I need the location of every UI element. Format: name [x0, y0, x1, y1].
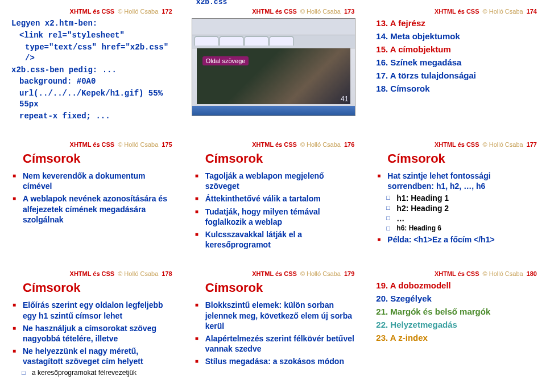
slide-180: XHTML és CSS © Holló Csaba 180 19. A dob…: [370, 268, 540, 383]
header-author: © Holló Csaba: [300, 141, 341, 148]
browser-tab: [245, 36, 268, 46]
slide-number: 178: [162, 270, 172, 277]
code-line: type="text/css" href="x2b.css" />: [25, 42, 172, 64]
sub-item: h6: Heading 6: [386, 224, 537, 232]
code-line: background: #0A0: [19, 76, 172, 87]
toc-item: 16. Színek megadása: [376, 57, 537, 67]
header-author: © Holló Csaba: [118, 141, 158, 148]
toc-item: 17. A törzs tulajdonságai: [376, 71, 537, 80]
slide-title: Címsorok: [23, 151, 172, 166]
sub-list: a keresőprogramokat félrevezetjük: [9, 369, 172, 377]
slide-175: XHTML és CSS © Holló Csaba 175 Címsorok …: [6, 139, 176, 258]
slide-header: XHTML és CSS © Holló Csaba 172: [9, 8, 172, 15]
bullet-item: Előírás szerint egy oldalon legfel­jebb …: [11, 300, 172, 320]
header-author: © Holló Csaba: [483, 141, 523, 148]
slide-title: Címsorok: [205, 151, 355, 166]
slide-number: 173: [344, 8, 354, 15]
slide-176: XHTML és CSS © Holló Csaba 176 Címsorok …: [188, 139, 358, 258]
header-prefix: XHTML és CSS: [435, 8, 479, 15]
slide-number: 174: [527, 8, 537, 15]
bullet-item: Kulcsszavakkal látják el a keresőprogram…: [194, 229, 355, 250]
header-author: © Holló Csaba: [300, 8, 341, 15]
slide-173: x2b.css XHTML és CSS © Holló Csaba 173 O…: [188, 6, 358, 129]
slide-header: XHTML és CSS © Holló Csaba 176: [192, 141, 355, 148]
bullet-item: Ne használjuk a címsorokat szöveg nagyob…: [11, 323, 172, 344]
page-label: Oldal szövege: [202, 56, 249, 65]
browser-tabs: [192, 35, 355, 48]
slide-header: XHTML és CSS © Holló Csaba 179: [192, 270, 355, 277]
toc-item: 19. A dobozmodell: [376, 280, 537, 290]
slide-179: XHTML és CSS © Holló Csaba 179 Címsorok …: [188, 268, 358, 383]
bullet-item: A weblapok nevének azonosítására és alfe…: [11, 193, 172, 225]
bullet-item: Stílus megadása: a szokásos módon: [194, 356, 355, 366]
header-prefix: XHTML és CSS: [435, 141, 479, 148]
toc-item: 15. A címobjektum: [376, 44, 537, 54]
slide-number: 176: [344, 141, 354, 148]
bullet-item: Nem keverendők a dokumentum címével: [11, 171, 172, 191]
slide-number: 179: [344, 270, 354, 277]
slide-grid: XHTML és CSS © Holló Csaba 172 Legyen x2…: [6, 6, 540, 383]
browser-toolbar: [192, 19, 355, 35]
code-line: url(../../../Kepek/h1.gif) 55% 55px: [19, 88, 172, 110]
sub-item: …: [386, 214, 537, 223]
toc-item: 18. Címsorok: [376, 84, 537, 93]
code-line: x2b.css-ben pedig: ...: [11, 65, 172, 76]
slide-177: XHTML és CSS © Holló Csaba 177 Címsorok …: [370, 139, 540, 258]
taskbar: [192, 106, 355, 115]
header-prefix: XHTML és CSS: [252, 270, 297, 277]
header-prefix: XHTML és CSS: [70, 8, 115, 15]
toc-item: 23. A z-index: [376, 333, 537, 343]
bullet-item: Áttekinthetővé válik a tartalom: [194, 193, 355, 204]
slide-title: Címsorok: [205, 280, 355, 295]
slide-number: 177: [527, 141, 537, 148]
bullet-list: Tagolják a weblapon megjelenő szöveget Á…: [192, 171, 355, 250]
slide-header: x2b.css XHTML és CSS © Holló Csaba 173: [192, 8, 355, 15]
header-prefix: XHTML és CSS: [70, 141, 115, 148]
bullet-list: Példa: <h1>Ez a főcím </h1>: [374, 234, 537, 245]
slide-header: XHTML és CSS © Holló Csaba 175: [9, 141, 172, 148]
header-author: © Holló Csaba: [483, 270, 523, 277]
browser-tab: [195, 36, 218, 46]
slide-174: XHTML és CSS © Holló Csaba 174 13. A fej…: [370, 6, 540, 129]
code-line: <link rel="stylesheet": [19, 30, 172, 41]
bullet-item: Példa: <h1>Ez a főcím </h1>: [376, 234, 537, 245]
slide-header: XHTML és CSS © Holló Csaba 177: [374, 141, 537, 148]
browser-tab: [220, 36, 243, 46]
slide-number: 172: [162, 8, 172, 15]
header-author: © Holló Csaba: [118, 8, 158, 15]
bullet-item: Blokkszintű elemek: külön sorban jelenne…: [194, 300, 355, 331]
bullet-item: Tagolják a weblapon megjelenő szöveget: [194, 171, 355, 191]
toc-item: 20. Szegélyek: [376, 294, 537, 303]
bullet-list: Nem keverendők a dokumentum címével A we…: [9, 171, 172, 225]
slide-header: XHTML és CSS © Holló Csaba 180: [374, 270, 537, 277]
toc-item: 22. Helyzetmegadás: [376, 320, 537, 329]
header-prefix: XHTML és CSS: [435, 270, 479, 277]
toc-item: 13. A fejrész: [376, 18, 537, 28]
page-body: Oldal szövege: [197, 48, 351, 104]
sub-list: h1: Heading 1 h2: Heading 2 … h6: Headin…: [374, 193, 537, 232]
header-author: © Holló Csaba: [118, 270, 158, 277]
bullet-list: Hat szintje lehet fontossági sorrendben:…: [374, 171, 537, 191]
header-author: © Holló Csaba: [483, 8, 523, 15]
slide-number: 175: [162, 141, 172, 148]
toc-item: 21. Margók és belső margók: [376, 307, 537, 316]
header-prefix: XHTML és CSS: [252, 141, 297, 148]
bullet-list: Blokkszintű elemek: külön sorban jelenne…: [192, 300, 355, 366]
slide-header: XHTML és CSS © Holló Csaba 178: [9, 270, 172, 277]
slide-title: Címsorok: [387, 151, 537, 166]
bullet-list: Előírás szerint egy oldalon legfel­jebb …: [9, 300, 172, 366]
header-prefix: XHTML és CSS: [252, 8, 297, 15]
slide-172: XHTML és CSS © Holló Csaba 172 Legyen x2…: [6, 6, 176, 129]
code-line: repeat-x fixed; ...: [19, 111, 172, 122]
sub-item: h2: Heading 2: [386, 204, 537, 213]
toc-list: 19. A dobozmodell 20. Szegélyek 21. Marg…: [374, 280, 537, 343]
sub-item: h1: Heading 1: [386, 193, 537, 203]
header-author: © Holló Csaba: [300, 270, 341, 277]
bullet-item: Tudatják, hogy milyen témával foglalkozi…: [194, 207, 355, 227]
header-prefix: XHTML és CSS: [70, 270, 115, 277]
code-line: Legyen x2.htm-ben:: [11, 18, 172, 29]
bullet-item: Ne helyezzünk el nagy méretű, vastagítot…: [11, 346, 172, 366]
sub-item: a keresőprogramokat félrevezetjük: [22, 369, 172, 377]
screenshot-caption: x2b.css: [196, 0, 228, 6]
slide-header: XHTML és CSS © Holló Csaba 174: [374, 8, 537, 15]
